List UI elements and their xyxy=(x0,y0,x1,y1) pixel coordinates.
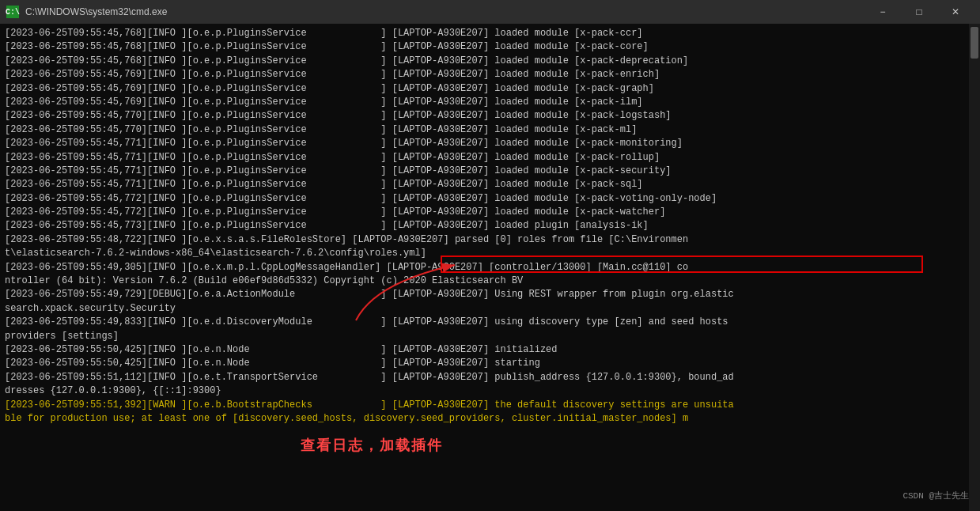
title-bar: C:\ C:\WINDOWS\system32\cmd.exe − □ ✕ xyxy=(0,0,980,24)
close-button[interactable]: ✕ xyxy=(937,0,974,24)
log-line-copyright: ntroller (64 bit): Version 7.6.2 (Build … xyxy=(5,274,975,288)
log-line: [2023-06-25T09:55:45,769][INFO ][o.e.p.P… xyxy=(5,82,975,96)
log-line-plugin: [2023-06-25T09:55:45,773][INFO ][o.e.p.P… xyxy=(5,219,975,233)
log-line: [2023-06-25T09:55:45,771][INFO ][o.e.p.P… xyxy=(5,165,975,178)
log-line: [2023-06-25T09:55:45,771][INFO ][o.e.p.P… xyxy=(5,137,975,150)
annotation-label: 查看日志，加载插件 xyxy=(301,435,443,456)
log-line: search.xpack.security.Security xyxy=(5,302,975,316)
log-line: t\elasticsearch-7.6.2-windows-x86_64\ela… xyxy=(5,247,975,260)
log-line: [2023-06-25T09:55:45,770][INFO ][o.e.p.P… xyxy=(5,123,975,137)
log-line: [2023-06-25T09:55:45,771][INFO ][o.e.p.P… xyxy=(5,178,975,191)
title-bar-controls: − □ ✕ xyxy=(865,0,974,24)
log-line: [2023-06-25T09:55:45,772][INFO ][o.e.p.P… xyxy=(5,192,975,206)
log-line: [2023-06-25T09:55:45,768][INFO ][o.e.p.P… xyxy=(5,27,975,40)
watermark: CSDN @吉士先生 xyxy=(902,490,969,503)
log-line: [2023-06-25T09:55:48,722][INFO ][o.e.x.s… xyxy=(5,233,975,247)
terminal-area: [2023-06-25T09:55:45,768][INFO ][o.e.p.P… xyxy=(0,24,980,511)
log-line-warn: [2023-06-25T09:55:51,392][WARN ][o.e.b.B… xyxy=(5,399,975,412)
log-line-warn-cont: ble for production use; at least one of … xyxy=(5,412,975,426)
log-line: [2023-06-25T09:55:50,425][INFO ][o.e.n.N… xyxy=(5,357,975,370)
log-line: [2023-06-25T09:55:45,769][INFO ][o.e.p.P… xyxy=(5,96,975,109)
scrollbar-thumb[interactable] xyxy=(971,27,978,59)
log-line: [2023-06-25T09:55:51,112][INFO ][o.e.t.T… xyxy=(5,371,975,384)
log-line: [2023-06-25T09:55:50,425][INFO ][o.e.n.N… xyxy=(5,343,975,357)
log-line: [2023-06-25T09:55:45,772][INFO ][o.e.p.P… xyxy=(5,206,975,219)
app-icon: C:\ xyxy=(6,6,19,18)
window-title: C:\WINDOWS\system32\cmd.exe xyxy=(25,6,167,17)
scrollbar[interactable] xyxy=(969,24,980,511)
minimize-button[interactable]: − xyxy=(865,0,901,24)
log-line: [2023-06-25T09:55:49,305][INFO ][o.e.x.m… xyxy=(5,261,975,274)
maximize-button[interactable]: □ xyxy=(901,0,937,24)
log-line: dresses {127.0.0.1:9300}, {[::1]:9300} xyxy=(5,384,975,398)
title-bar-left: C:\ C:\WINDOWS\system32\cmd.exe xyxy=(6,6,167,18)
log-line: [2023-06-25T09:55:49,833][INFO ][o.e.d.D… xyxy=(5,316,975,329)
log-line: [2023-06-25T09:55:49,729][DEBUG][o.e.a.A… xyxy=(5,288,975,301)
log-line: [2023-06-25T09:55:45,771][INFO ][o.e.p.P… xyxy=(5,151,975,165)
log-line: [2023-06-25T09:55:45,768][INFO ][o.e.p.P… xyxy=(5,40,975,54)
log-line: [2023-06-25T09:55:45,769][INFO ][o.e.p.P… xyxy=(5,68,975,81)
log-line: [2023-06-25T09:55:45,770][INFO ][o.e.p.P… xyxy=(5,109,975,123)
log-line: [2023-06-25T09:55:45,768][INFO ][o.e.p.P… xyxy=(5,55,975,68)
log-line: providers [settings] xyxy=(5,330,975,343)
